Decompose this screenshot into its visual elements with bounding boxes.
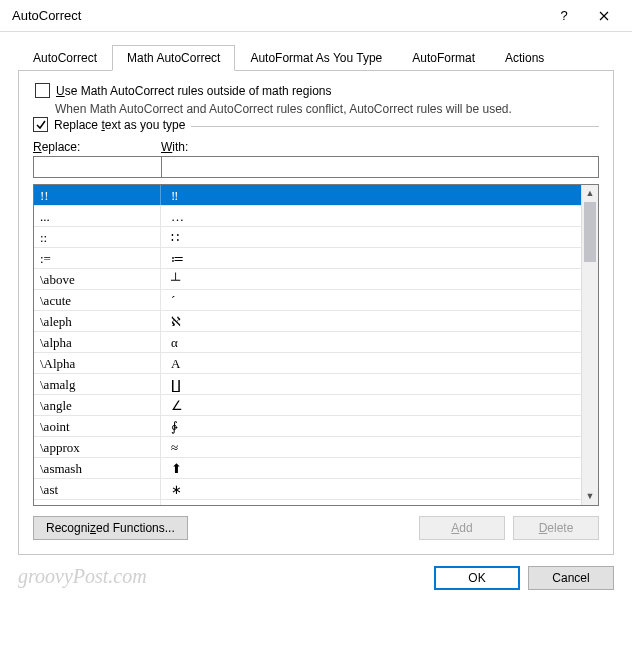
scroll-track[interactable] xyxy=(582,202,598,488)
list-item-with: ∐ xyxy=(161,374,581,394)
list-item-replace: :: xyxy=(34,227,161,247)
list-item-with: ℵ xyxy=(161,311,581,331)
list-item-with: ´ xyxy=(161,290,581,310)
list-item[interactable]: \acute´ xyxy=(34,290,581,311)
list-item[interactable]: ::∷ xyxy=(34,227,581,248)
close-button[interactable] xyxy=(584,0,624,32)
replace-fieldset: Replace text as you type Replace: With: … xyxy=(33,126,599,540)
use-outside-checkbox[interactable] xyxy=(35,83,50,98)
replace-label: Replace: xyxy=(33,140,161,154)
list-item-replace: \Alpha xyxy=(34,353,161,373)
list-item-with: … xyxy=(161,206,581,226)
tab-autoformat-as-you-type[interactable]: AutoFormat As You Type xyxy=(235,45,397,71)
list-item[interactable]: \AlphaΑ xyxy=(34,353,581,374)
list-item-with: ‼ xyxy=(161,185,581,205)
list-item-replace: \above xyxy=(34,269,161,289)
list-item-replace: \amalg xyxy=(34,374,161,394)
conflict-note: When Math AutoCorrect and AutoCorrect ru… xyxy=(55,102,599,116)
tab-math-autocorrect[interactable]: Math AutoCorrect xyxy=(112,45,235,71)
list-item-replace: \ast xyxy=(34,479,161,499)
window-title: AutoCorrect xyxy=(12,8,544,23)
entries-list: !!‼...…::∷:=≔\above┴\acute´\alephℵ\alpha… xyxy=(33,184,599,506)
list-item[interactable]: !!‼ xyxy=(34,185,581,206)
list-item-replace: \aoint xyxy=(34,416,161,436)
list-item-replace: \approx xyxy=(34,437,161,457)
list-item-replace: \acute xyxy=(34,290,161,310)
list-item-replace: \asymp xyxy=(34,500,161,505)
scroll-thumb[interactable] xyxy=(584,202,596,262)
list-item[interactable]: :=≔ xyxy=(34,248,581,269)
list-item-replace: \asmash xyxy=(34,458,161,478)
list-item[interactable]: \aoint∳ xyxy=(34,416,581,437)
list-item[interactable]: \ast∗ xyxy=(34,479,581,500)
tab-panel: Use Math AutoCorrect rules outside of ma… xyxy=(18,70,614,555)
list-item-replace: ... xyxy=(34,206,161,226)
help-button[interactable]: ? xyxy=(544,0,584,32)
ok-button[interactable]: OK xyxy=(434,566,520,590)
list-item-with: ∗ xyxy=(161,479,581,499)
titlebar: AutoCorrect ? xyxy=(0,0,632,32)
scrollbar[interactable]: ▲ ▼ xyxy=(581,185,598,505)
close-icon xyxy=(599,11,609,21)
list-item[interactable]: \amalg∐ xyxy=(34,374,581,395)
watermark: groovyPost.com xyxy=(18,565,426,590)
replace-as-type-checkbox[interactable] xyxy=(33,117,48,132)
use-outside-label: Use Math AutoCorrect rules outside of ma… xyxy=(56,84,331,98)
list-item-with: ≈ xyxy=(161,437,581,457)
tab-autocorrect[interactable]: AutoCorrect xyxy=(18,45,112,71)
list-item-with: ∠ xyxy=(161,395,581,415)
list-item-with: ≍ xyxy=(161,500,581,505)
entries-list-body[interactable]: !!‼...…::∷:=≔\above┴\acute´\alephℵ\alpha… xyxy=(34,185,581,505)
list-item-with: ≔ xyxy=(161,248,581,268)
tab-strip: AutoCorrect Math AutoCorrect AutoFormat … xyxy=(18,45,614,71)
with-label: With: xyxy=(161,140,188,154)
list-item[interactable]: \alphaα xyxy=(34,332,581,353)
replace-input[interactable] xyxy=(34,157,161,177)
add-button[interactable]: Add xyxy=(419,516,505,540)
delete-button[interactable]: Delete xyxy=(513,516,599,540)
list-item-replace: := xyxy=(34,248,161,268)
list-item-replace: !! xyxy=(34,185,161,205)
list-item-replace: \alpha xyxy=(34,332,161,352)
list-item-with: ∳ xyxy=(161,416,581,436)
list-item[interactable]: \asymp≍ xyxy=(34,500,581,505)
cancel-button[interactable]: Cancel xyxy=(528,566,614,590)
list-item[interactable]: ...… xyxy=(34,206,581,227)
tab-actions[interactable]: Actions xyxy=(490,45,559,71)
input-pair xyxy=(33,156,599,178)
list-item-replace: \aleph xyxy=(34,311,161,331)
list-item-with: Α xyxy=(161,353,581,373)
scroll-up-arrow[interactable]: ▲ xyxy=(582,185,598,202)
tab-autoformat[interactable]: AutoFormat xyxy=(397,45,490,71)
list-item-with: ┴ xyxy=(161,269,581,289)
list-item[interactable]: \approx≈ xyxy=(34,437,581,458)
list-item[interactable]: \alephℵ xyxy=(34,311,581,332)
with-input[interactable] xyxy=(162,157,598,177)
list-item[interactable]: \above┴ xyxy=(34,269,581,290)
list-item[interactable]: \asmash⬆ xyxy=(34,458,581,479)
list-item[interactable]: \angle∠ xyxy=(34,395,581,416)
list-item-with: ∷ xyxy=(161,227,581,247)
recognized-functions-button[interactable]: Recognized Functions... xyxy=(33,516,188,540)
replace-as-type-label: Replace text as you type xyxy=(54,118,185,132)
list-item-replace: \angle xyxy=(34,395,161,415)
list-item-with: ⬆ xyxy=(161,458,581,478)
list-item-with: α xyxy=(161,332,581,352)
scroll-down-arrow[interactable]: ▼ xyxy=(582,488,598,505)
